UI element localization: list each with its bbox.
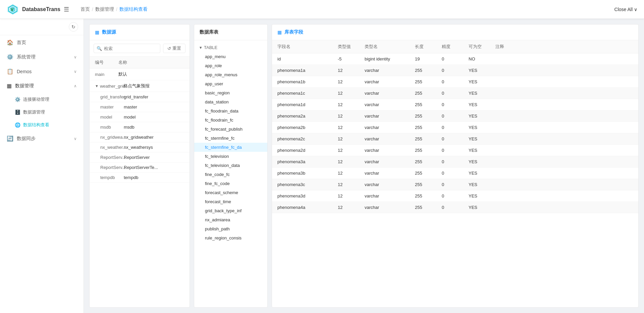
fields-table-header: 字段名 类型值 类型名 长度 精度 可为空 注释 xyxy=(272,40,638,53)
list-item[interactable]: app_role_menus xyxy=(194,70,267,79)
datasource-panel-title: 数据源 xyxy=(102,29,116,35)
sidebar-item-data-mgmt[interactable]: ▦ 数据管理 ∧ xyxy=(0,79,84,93)
field-nullable-cell: YES xyxy=(469,102,495,107)
list-item[interactable]: nx_weather... nx_weathersys xyxy=(90,142,190,152)
list-item-active[interactable]: fc_stermfine_fc_da xyxy=(194,143,267,152)
field-typename-cell: varchar xyxy=(365,136,415,141)
sidebar-item-conn-driver[interactable]: ⚙️ 连接驱动管理 xyxy=(0,93,84,106)
field-name-cell: phenomena2a xyxy=(277,114,338,119)
field-length-cell: 255 xyxy=(415,91,442,96)
sidebar-item-home[interactable]: 🏠 首页 xyxy=(0,35,84,50)
field-nullable-cell: YES xyxy=(469,182,495,187)
table-row: phenomena1c 12 varchar 255 0 YES xyxy=(272,88,638,99)
list-item[interactable]: tempdb tempdb xyxy=(90,173,190,183)
field-typeval-cell: 12 xyxy=(338,182,365,187)
list-item[interactable]: fc_floodrain_fc xyxy=(194,116,267,125)
search-input-wrap: 🔍 xyxy=(94,44,160,53)
main-content: ▦ 数据源 🔍 ↺ 重置 编号 名称 main 默认 ▼ xyxy=(84,19,644,313)
list-item[interactable]: basic_region xyxy=(194,88,267,97)
fields-rows-container: id -5 bigint identity 19 0 NO phenomena1… xyxy=(272,53,638,213)
table-group-header[interactable]: ▾ TABLE xyxy=(194,43,267,52)
sidebar-item-data-sync[interactable]: 🔄 数据同步 ∨ xyxy=(0,131,84,146)
sidebar-item-datasource-mgmt[interactable]: 🗄️ 数据源管理 xyxy=(0,106,84,119)
refresh-button[interactable]: ↻ xyxy=(69,22,78,32)
field-precision-cell: 0 xyxy=(442,79,469,84)
table-row: phenomena3c 12 varchar 255 0 YES xyxy=(272,179,638,190)
list-item[interactable]: fine_fc_code xyxy=(194,179,267,188)
list-item[interactable]: forecast_scheme xyxy=(194,188,267,197)
breadcrumb: 首页 / 数据管理 / 数据结构查看 xyxy=(80,6,148,12)
col-typename-header: 类型名 xyxy=(365,44,415,50)
sidebar-refresh-area: ↻ xyxy=(0,19,84,35)
field-length-cell: 255 xyxy=(415,79,442,84)
table-row: phenomena2a 12 varchar 255 0 YES xyxy=(272,110,638,122)
list-item[interactable]: grid_back_type_inf xyxy=(194,206,267,215)
list-item[interactable]: forecast_time xyxy=(194,197,267,206)
ds-child-num: model xyxy=(100,115,124,120)
logo-area: V DatabaseTrans ☰ xyxy=(7,3,80,15)
ds-name: 默认 xyxy=(118,71,184,77)
top-navigation: V DatabaseTrans ☰ 首页 / 数据管理 / 数据结构查看 Clo… xyxy=(0,0,644,19)
list-item[interactable]: nx_admiarea xyxy=(194,215,267,224)
close-all-button[interactable]: Close All ∨ xyxy=(614,7,637,12)
list-item[interactable]: master master xyxy=(90,102,190,112)
list-item[interactable]: fc_floodrain_data xyxy=(194,106,267,116)
list-item[interactable]: nx_gridwea... nx_gridweather xyxy=(90,132,190,142)
list-item[interactable]: app_user xyxy=(194,79,267,88)
sidebar-item-system[interactable]: ⚙️ 系统管理 ∨ xyxy=(0,50,84,64)
col-comment-header: 注释 xyxy=(495,44,633,50)
field-typename-cell: varchar xyxy=(365,193,415,198)
datasource-reset-button[interactable]: ↺ 重置 xyxy=(163,44,185,53)
field-precision-cell: 0 xyxy=(442,125,469,130)
list-item[interactable]: ReportServ... ReportServer xyxy=(90,152,190,163)
list-item[interactable]: publish_path xyxy=(194,224,267,233)
list-item[interactable]: data_station xyxy=(194,97,267,106)
list-item[interactable]: model model xyxy=(90,112,190,122)
list-item[interactable]: fc_forecast_publish xyxy=(194,125,267,134)
field-typename-cell: varchar xyxy=(365,102,415,107)
field-precision-cell: 0 xyxy=(442,68,469,73)
sidebar-item-db-structure[interactable]: 🌐 数据结构查看 xyxy=(0,119,84,131)
list-item[interactable]: ReportServ... ReportServerTe... xyxy=(90,163,190,173)
chevron-right-icon: ∨ xyxy=(74,55,77,59)
datasource-search-bar: 🔍 ↺ 重置 xyxy=(90,40,190,57)
list-item[interactable]: app_role xyxy=(194,61,267,70)
col-precision-header: 精度 xyxy=(442,44,469,50)
list-item[interactable]: grid_transfer grid_transfer xyxy=(90,92,190,102)
field-precision-cell: 0 xyxy=(442,205,469,210)
table-row: phenomena4a 12 varchar 255 0 YES xyxy=(272,202,638,213)
list-item[interactable]: fc_television_data xyxy=(194,161,267,170)
list-item[interactable]: fc_television xyxy=(194,152,267,161)
field-nullable-cell: YES xyxy=(469,193,495,198)
field-precision-cell: 0 xyxy=(442,56,469,61)
datasource-header-icon: ▦ xyxy=(95,30,99,35)
table-group-arrow-icon: ▾ xyxy=(200,45,202,50)
field-length-cell: 19 xyxy=(415,56,442,61)
list-item[interactable]: app_menu xyxy=(194,52,267,61)
list-item[interactable]: fc_stermfine_fc xyxy=(194,134,267,143)
sidebar-home-label: 首页 xyxy=(17,40,26,46)
breadcrumb-section[interactable]: 数据管理 xyxy=(95,6,114,12)
list-item[interactable]: msdb msdb xyxy=(90,122,190,132)
list-item[interactable]: rule_region_consis xyxy=(194,233,267,242)
chevron-down-icon: ∨ xyxy=(634,7,637,12)
breadcrumb-home[interactable]: 首页 xyxy=(80,6,90,12)
field-typename-cell: varchar xyxy=(365,148,415,153)
datasource-search-input[interactable] xyxy=(104,46,157,51)
table-row: phenomena2b 12 varchar 255 0 YES xyxy=(272,122,638,133)
field-nullable-cell: YES xyxy=(469,159,495,164)
sidebar-item-demos[interactable]: 📋 Demos ∨ xyxy=(0,64,84,79)
field-typename-cell: varchar xyxy=(365,125,415,130)
field-length-cell: 255 xyxy=(415,125,442,130)
field-length-cell: 255 xyxy=(415,171,442,176)
datasource-group-header[interactable]: ▼ weather_grid 格点气象预报 xyxy=(90,80,190,92)
field-length-cell: 255 xyxy=(415,159,442,164)
field-precision-cell: 0 xyxy=(442,193,469,198)
field-typeval-cell: 12 xyxy=(338,79,365,84)
list-item[interactable]: fine_code_fc xyxy=(194,170,267,179)
col-name-header: 名称 xyxy=(118,59,184,65)
hamburger-icon[interactable]: ☰ xyxy=(64,6,69,13)
table-row: phenomena3b 12 varchar 255 0 YES xyxy=(272,168,638,179)
list-item[interactable]: main 默认 xyxy=(90,69,190,80)
app-logo-icon: V xyxy=(7,3,19,15)
